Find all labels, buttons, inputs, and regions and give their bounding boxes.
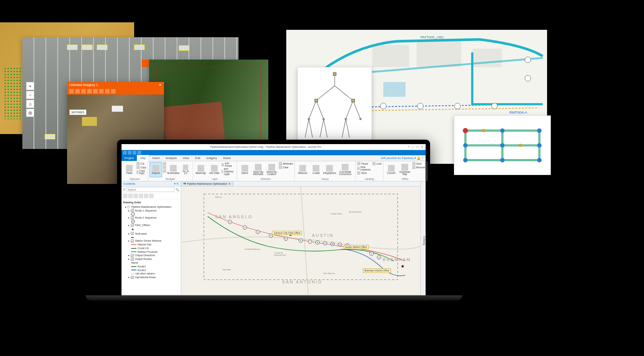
layer-operational-areas[interactable]: ▸ Operational Areas	[123, 276, 179, 279]
sync-button[interactable]: Sync	[412, 162, 425, 165]
clear-selection-button[interactable]: Clear	[279, 166, 293, 169]
legend-route2: Route2	[123, 268, 179, 272]
catalog-pane-collapsed[interactable]: Catalog	[420, 181, 426, 300]
tab-analysis[interactable]: Analysis	[162, 155, 180, 161]
contents-search-input[interactable]	[126, 187, 174, 192]
locate-button[interactable]: Locate	[310, 162, 322, 177]
tool-icon[interactable]	[99, 89, 104, 93]
svg-text:10: 10	[331, 243, 334, 245]
coordinate-conversion-button[interactable]: Coordinate Conversion	[337, 162, 354, 177]
zoom-in-button[interactable]: ＋	[26, 82, 34, 90]
infographics-button[interactable]: Infographics	[323, 162, 336, 177]
gotoxy-button[interactable]: Go To XY	[180, 162, 191, 177]
table-of-contents[interactable]: Drawing Order ▸📋 Pipeline Maintenance Op…	[121, 199, 181, 295]
basemap-button[interactable]: Basemap	[195, 162, 207, 177]
list-by-selection-icon[interactable]	[133, 194, 138, 198]
map-frame[interactable]: ▸📋 Pipeline Maintenance Optimization	[123, 205, 179, 209]
layer-field-offices[interactable]: ▸ Field_Offices	[123, 223, 179, 227]
tool-icon[interactable]	[81, 89, 86, 93]
layer-route2[interactable]: ▸ Route 2 Sequence	[123, 216, 179, 220]
map-view-tab[interactable]: 🗺 Pipeline Maintenance Optimization ✕	[181, 181, 233, 186]
close-icon[interactable]: ✕	[421, 146, 423, 149]
svg-point-12	[492, 103, 498, 109]
tool-icon[interactable]	[75, 89, 80, 93]
layer-testleads[interactable]: ▸ TestLeads	[123, 232, 179, 236]
tab-share[interactable]: Share	[220, 155, 234, 161]
svg-rect-1	[372, 45, 409, 67]
addpreset-button[interactable]: Add Preset	[221, 162, 235, 167]
convert-button[interactable]: Convert	[385, 162, 398, 177]
addgraphics-button[interactable]: Add Graphics Layer	[221, 168, 235, 175]
bookmarks-button[interactable]: Bookmarks	[167, 162, 180, 177]
tab-imagery[interactable]: Imagery	[203, 155, 220, 161]
lock-icon	[372, 162, 376, 165]
maximize-icon[interactable]: ▢	[416, 146, 419, 149]
tool-icon[interactable]	[93, 89, 98, 93]
tab-insert[interactable]: Insert	[149, 155, 162, 161]
minimize-icon[interactable]: —	[411, 146, 414, 148]
svg-text:9: 9	[325, 242, 326, 244]
list-by-snapping-icon[interactable]	[144, 194, 148, 198]
svg-text:BRENHAM: BRENHAM	[383, 257, 411, 262]
symbol-field-office: ★	[123, 227, 179, 232]
remove-button[interactable]: Remove	[412, 166, 425, 169]
legend-natural-gas: Natural Gas	[123, 243, 179, 247]
tab-view[interactable]: View	[180, 155, 192, 161]
help-icon[interactable]: ?	[408, 146, 409, 148]
tab-map[interactable]: Map	[137, 155, 149, 161]
tab-edit[interactable]: Edit	[192, 155, 203, 161]
list-by-editing-icon[interactable]	[139, 194, 143, 198]
workspace: Contents▾ ✕ ▽ 🔍 Drawing Order ▸📋 Pip	[121, 181, 426, 300]
qat-undo-icon[interactable]	[133, 151, 136, 155]
measure-button[interactable]: Measure	[296, 162, 309, 177]
pause-labeling-button[interactable]: Pause	[357, 162, 371, 165]
paste-button[interactable]: Paste	[123, 162, 136, 177]
lock-labeling-button[interactable]: Lock	[372, 162, 382, 165]
select-button[interactable]: Select	[239, 162, 251, 177]
pane-menu-icon[interactable]: ▾ ✕	[174, 182, 179, 185]
select-by-attributes-button[interactable]: Select By Attributes	[252, 162, 265, 177]
signed-in-user[interactable]: Jeff (ArcGIS for Pipeline) ▾ 🔔 ^	[378, 155, 426, 161]
view-unplaced-button[interactable]: View Unplaced	[357, 166, 371, 171]
svg-point-20	[345, 118, 347, 120]
svg-rect-17	[352, 99, 355, 102]
cut-icon	[136, 162, 140, 165]
tool-icon[interactable]	[69, 89, 74, 93]
layer-station-series[interactable]: ▸ Station Series Network	[123, 239, 179, 243]
select-by-location-button[interactable]: Select By Location	[265, 162, 278, 177]
copypath-button[interactable]: Copy Path	[136, 169, 146, 175]
list-by-labeling-icon[interactable]	[149, 194, 154, 198]
tool-icon[interactable]	[87, 89, 92, 93]
filter-icon[interactable]: ▽	[123, 188, 125, 191]
svg-text:5: 5	[285, 238, 287, 240]
adddata-button[interactable]: Add Data	[208, 162, 221, 177]
tab-project[interactable]: Project	[121, 155, 137, 161]
cut-button[interactable]: Cut	[136, 162, 146, 165]
locate-button[interactable]: ◎	[26, 109, 34, 117]
labeling-more-button[interactable]: More	[357, 171, 371, 175]
close-icon[interactable]: ✕	[159, 83, 162, 87]
detected-car	[134, 45, 145, 50]
search-icon[interactable]: 🔍	[176, 188, 179, 191]
attributes-button[interactable]: Attributes	[279, 162, 293, 165]
zoom-out-button[interactable]: －	[26, 91, 34, 99]
list-by-drawing-order-icon[interactable]	[123, 194, 127, 198]
qat-redo-icon[interactable]	[138, 151, 141, 155]
svg-text:1: 1	[230, 221, 231, 223]
layer-output-routes[interactable]: ▸ Output Routes	[123, 257, 179, 261]
map-canvas[interactable]: SAN ANGELO AUSTIN SAN ANTONIO BRENHAM Ce…	[181, 187, 420, 295]
svg-text:Round Rock: Round Rock	[349, 211, 362, 213]
explore-button[interactable]: Explore	[149, 162, 162, 177]
qat-save-icon[interactable]	[123, 151, 127, 155]
copy-button[interactable]: Copy	[136, 166, 146, 169]
svg-text:AUSTIN: AUSTIN	[312, 233, 334, 238]
tool-icon[interactable]	[105, 89, 110, 93]
qat-open-icon[interactable]	[128, 151, 132, 155]
tool-icon[interactable]	[111, 89, 116, 93]
list-by-source-icon[interactable]	[128, 194, 133, 198]
layer-route1[interactable]: ▸ Route 1 Sequence	[123, 209, 179, 213]
svg-point-18	[308, 118, 310, 120]
download-map-button[interactable]: Download Map	[398, 162, 411, 177]
layer-output-directions[interactable]: ▸ Output Directions	[123, 254, 179, 257]
home-button[interactable]: ⌂	[26, 100, 34, 108]
